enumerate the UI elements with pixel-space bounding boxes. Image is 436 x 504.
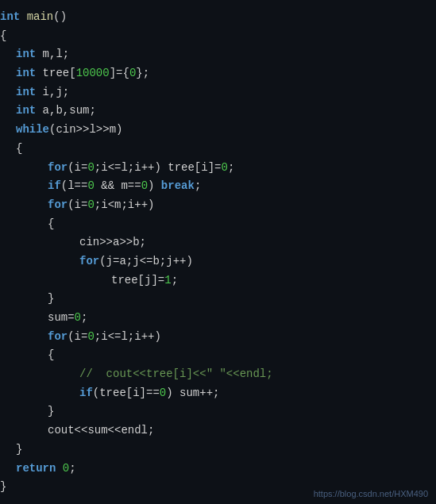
line-comment: // cout<<tree[i]<<" "<<endl;	[0, 365, 436, 384]
line-brace-open-3: {	[0, 346, 436, 365]
line-tree-j-1: tree[j]=1;	[0, 271, 436, 290]
line-for-l: for(i=0;i<=l;i++)	[0, 328, 436, 347]
fn-main: main	[27, 9, 54, 26]
line-brace-close-2: }	[0, 290, 436, 309]
line-brace-open-0: {	[0, 27, 436, 46]
line-sum-0: sum=0;	[0, 309, 436, 328]
line-if-break: if(l==0 && m==0) break;	[0, 177, 436, 196]
line-brace-close-1: }	[0, 441, 436, 460]
code-window: int main() { int m,l; int tree[10000]={0…	[0, 0, 436, 504]
line-if-sum: if(tree[i]==0) sum++;	[0, 384, 436, 403]
watermark: https://blog.csdn.net/HXM490	[314, 489, 428, 498]
line-int-ij: int i,j;	[0, 83, 436, 102]
line-brace-close-3: }	[0, 402, 436, 421]
line-return: return 0;	[0, 460, 436, 479]
line-int-ml: int m,l;	[0, 45, 436, 64]
line-while: while(cin>>l>>m)	[0, 121, 436, 140]
line-main: int main()	[0, 8, 436, 27]
kw-int-main: int	[0, 9, 20, 26]
line-cin-ab: cin>>a>>b;	[0, 233, 436, 252]
line-for-j: for(j=a;j<=b;j++)	[0, 252, 436, 271]
line-brace-open-2: {	[0, 215, 436, 234]
line-brace-open-1: {	[0, 140, 436, 159]
line-cout-sum: cout<<sum<<endl;	[0, 421, 436, 441]
line-int-tree: int tree[10000]={0};	[0, 64, 436, 83]
line-for-reset: for(i=0;i<=l;i++) tree[i]=0;	[0, 159, 436, 178]
line-int-absum: int a,b,sum;	[0, 102, 436, 121]
line-for-m: for(i=0;i<m;i++)	[0, 196, 436, 215]
